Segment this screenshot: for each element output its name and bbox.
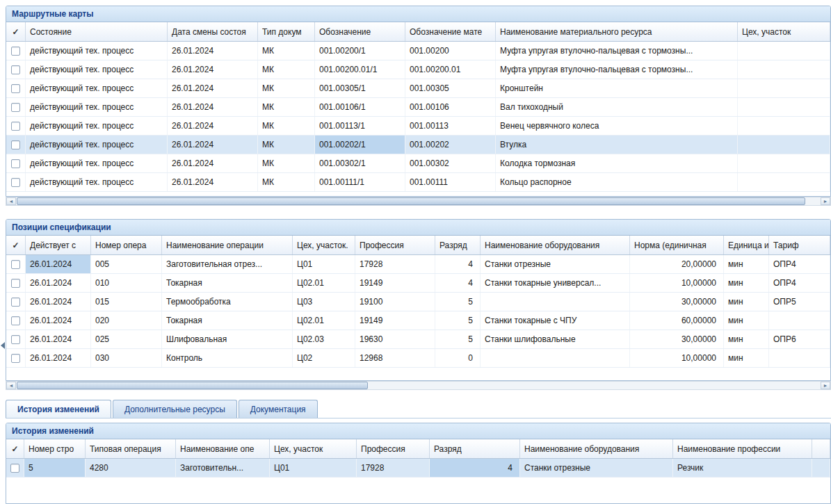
cell[interactable]: [738, 79, 830, 97]
row-checkbox[interactable]: [11, 65, 20, 74]
route-maps-horizontal-scrollbar[interactable]: ◄ ►: [6, 197, 831, 206]
cell[interactable]: МК: [258, 173, 315, 191]
collapse-panel-handle[interactable]: [0, 336, 5, 355]
select-all-header[interactable]: ✓: [6, 439, 24, 458]
cell[interactable]: действующий тех. процесс: [26, 136, 168, 154]
cell[interactable]: Венец червячного колеса: [496, 117, 738, 135]
column-header[interactable]: Состояние: [26, 22, 168, 41]
cell[interactable]: 26.01.2024: [26, 349, 91, 367]
cell[interactable]: 30,00000: [630, 330, 724, 348]
column-header[interactable]: Тариф: [769, 236, 830, 254]
cell[interactable]: 26.01.2024: [168, 60, 258, 79]
cell[interactable]: Станки шлифовальные: [481, 330, 630, 348]
cell[interactable]: Муфта упругая втулочно-пальцевая с тормо…: [496, 60, 738, 79]
cell[interactable]: действующий тех. процесс: [26, 98, 168, 116]
cell[interactable]: 20,00000: [630, 255, 724, 273]
scroll-right-arrow-icon[interactable]: ►: [821, 197, 830, 205]
cell[interactable]: 001.00302: [405, 154, 496, 172]
cell[interactable]: 26.01.2024: [26, 255, 91, 273]
cell[interactable]: 19149: [355, 311, 435, 330]
cell[interactable]: 001.00106/1: [315, 98, 405, 116]
row-checkbox[interactable]: [11, 260, 20, 269]
column-header[interactable]: Наименование оборудования: [520, 439, 673, 458]
cell[interactable]: мин: [724, 349, 769, 367]
cell[interactable]: 030: [91, 349, 162, 367]
cell[interactable]: 19100: [355, 293, 435, 311]
cell[interactable]: Ц02: [293, 349, 355, 367]
column-header[interactable]: Номер опера: [91, 236, 162, 254]
cell[interactable]: Колодка тормозная: [496, 154, 738, 172]
column-header[interactable]: Наименование профессии: [673, 439, 812, 458]
cell[interactable]: мин: [724, 274, 769, 292]
cell[interactable]: Втулка: [496, 136, 738, 154]
column-header[interactable]: Наименование опе: [176, 439, 270, 458]
cell[interactable]: МК: [258, 98, 315, 116]
cell[interactable]: мин: [724, 293, 769, 311]
row-checkbox[interactable]: [11, 159, 20, 168]
cell[interactable]: 30,00000: [630, 293, 724, 311]
cell[interactable]: ОПР4: [769, 255, 830, 273]
cell[interactable]: 60,00000: [630, 311, 724, 330]
cell[interactable]: [738, 154, 830, 172]
cell[interactable]: 5: [24, 459, 86, 477]
cell[interactable]: 020: [91, 311, 162, 330]
cell[interactable]: 001.00202/1: [315, 136, 405, 154]
tab-history[interactable]: История изменений: [6, 400, 111, 418]
cell[interactable]: [738, 136, 830, 154]
cell[interactable]: Станки токарные с ЧПУ: [481, 311, 630, 330]
select-all-header[interactable]: ✓: [6, 236, 26, 254]
column-header[interactable]: Обозначение мате: [405, 22, 496, 41]
tab-documentation[interactable]: Документация: [239, 400, 318, 418]
cell[interactable]: 26.01.2024: [168, 79, 258, 97]
column-header[interactable]: Наименование операции: [162, 236, 293, 254]
cell[interactable]: Муфта упругая втулочно-пальцевая с тормо…: [496, 42, 738, 60]
cell[interactable]: МК: [258, 60, 315, 79]
row-checkbox[interactable]: [10, 464, 19, 473]
cell[interactable]: МК: [258, 154, 315, 172]
cell[interactable]: [738, 60, 830, 79]
cell[interactable]: мин: [724, 330, 769, 348]
row-checkbox[interactable]: [11, 84, 20, 93]
row-checkbox[interactable]: [11, 122, 20, 131]
row-checkbox[interactable]: [11, 178, 20, 187]
column-header[interactable]: Профессия: [355, 236, 435, 254]
row-checkbox[interactable]: [11, 354, 20, 363]
cell[interactable]: действующий тех. процесс: [26, 154, 168, 172]
cell[interactable]: действующий тех. процесс: [26, 79, 168, 97]
cell[interactable]: 4: [430, 459, 520, 477]
column-header[interactable]: Профессия: [357, 439, 430, 458]
cell[interactable]: 17928: [355, 255, 435, 273]
cell[interactable]: Термообработка: [162, 293, 293, 311]
cell[interactable]: 001.00106: [405, 98, 496, 116]
cell[interactable]: 26.01.2024: [168, 173, 258, 191]
column-header[interactable]: Цех, участок: [270, 439, 357, 458]
row-checkbox[interactable]: [11, 47, 20, 56]
column-header[interactable]: Типовая операция: [86, 439, 176, 458]
cell[interactable]: [738, 42, 830, 60]
column-header[interactable]: Разряд: [430, 439, 520, 458]
cell[interactable]: 015: [91, 293, 162, 311]
cell[interactable]: [738, 117, 830, 135]
cell[interactable]: [738, 98, 830, 116]
cell[interactable]: Ц02.01: [293, 311, 355, 330]
cell[interactable]: 26.01.2024: [168, 154, 258, 172]
cell[interactable]: действующий тех. процесс: [26, 173, 168, 191]
cell[interactable]: [738, 173, 830, 191]
cell[interactable]: 001.00305/1: [315, 79, 405, 97]
cell[interactable]: 26.01.2024: [168, 98, 258, 116]
cell[interactable]: 001.00305: [405, 79, 496, 97]
cell[interactable]: Заготовительная отрез...: [162, 255, 293, 273]
cell[interactable]: [812, 459, 830, 477]
column-header[interactable]: Действует с: [26, 236, 91, 254]
scrollbar-thumb[interactable]: [17, 382, 368, 389]
select-all-header[interactable]: ✓: [6, 22, 26, 41]
cell[interactable]: 001.00200.01: [405, 60, 496, 79]
cell[interactable]: Шлифовальная: [162, 330, 293, 348]
row-checkbox[interactable]: [11, 316, 20, 325]
cell[interactable]: 4: [435, 274, 481, 292]
spec-positions-horizontal-scrollbar[interactable]: ◄ ►: [6, 381, 831, 390]
cell[interactable]: МК: [258, 42, 315, 60]
cell[interactable]: действующий тех. процесс: [26, 60, 168, 79]
cell[interactable]: Токарная: [162, 274, 293, 292]
cell[interactable]: 4280: [86, 459, 176, 477]
